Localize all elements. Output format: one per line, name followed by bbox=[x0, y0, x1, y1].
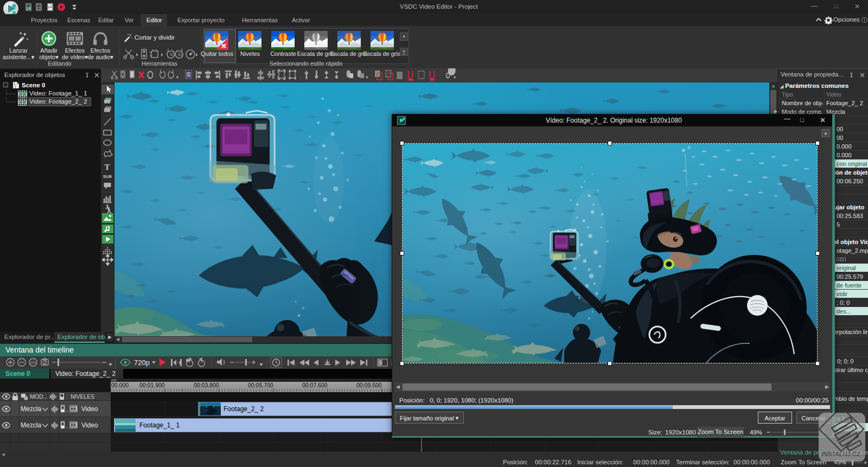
svg-text:00.000: 00.000 bbox=[111, 382, 129, 388]
svg-text:NIVELES: NIVELES bbox=[71, 393, 94, 400]
svg-text:90: 90 bbox=[178, 53, 182, 56]
svg-text:Video: Video bbox=[81, 421, 98, 429]
svg-text:100: 100 bbox=[30, 361, 36, 364]
svg-text:SUB: SUB bbox=[103, 174, 112, 179]
svg-text:00:03.800: 00:03.800 bbox=[194, 382, 219, 388]
svg-text:T: T bbox=[105, 163, 110, 171]
svg-text:MOD...: MOD... bbox=[30, 393, 48, 400]
svg-text:00:01.900: 00:01.900 bbox=[139, 382, 165, 388]
svg-text:INSTALUJ.CZ...: INSTALUJ.CZ... bbox=[821, 451, 865, 457]
svg-text:00:09.500: 00:09.500 bbox=[356, 382, 382, 388]
svg-text:90: 90 bbox=[170, 53, 174, 56]
svg-text:00:07.600: 00:07.600 bbox=[302, 382, 328, 388]
svg-text:00:05.700: 00:05.700 bbox=[248, 382, 273, 388]
svg-text:Mezcla: Mezcla bbox=[21, 421, 41, 429]
svg-text:720p: 720p bbox=[134, 359, 150, 367]
svg-text:Video: Video bbox=[81, 405, 98, 413]
svg-text:Mezcla: Mezcla bbox=[21, 405, 41, 413]
